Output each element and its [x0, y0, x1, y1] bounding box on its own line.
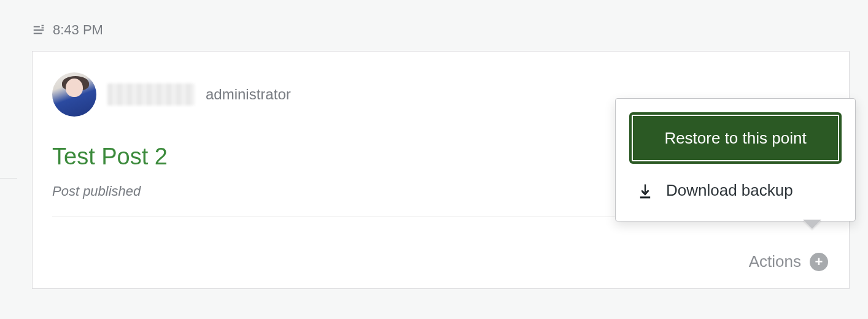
plus-circle-icon: +	[810, 253, 828, 271]
download-backup-label: Download backup	[666, 181, 793, 200]
timeline-rail	[0, 178, 17, 179]
activity-post-icon	[32, 23, 45, 37]
avatar	[52, 72, 96, 117]
download-icon	[637, 182, 654, 199]
author-username-redacted	[107, 83, 195, 106]
timeline-entry-header: 8:43 PM	[0, 0, 868, 45]
popover-caret-icon	[804, 220, 821, 229]
download-backup-button[interactable]: Download backup	[629, 164, 842, 212]
svg-rect-5	[640, 196, 650, 198]
timeline-time: 8:43 PM	[53, 22, 103, 38]
actions-label: Actions	[749, 252, 801, 271]
author-role: administrator	[206, 86, 291, 103]
actions-popover: Restore to this point Download backup	[615, 98, 856, 221]
restore-button[interactable]: Restore to this point	[629, 112, 842, 164]
actions-toggle[interactable]: Actions +	[749, 252, 828, 271]
